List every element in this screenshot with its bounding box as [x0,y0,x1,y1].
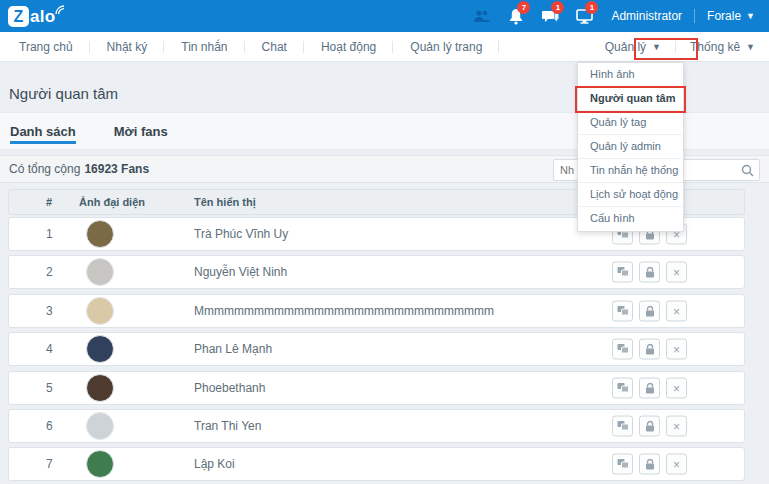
row-index: 1 [46,227,53,241]
chat-badge: 1 [551,1,564,14]
nav-item-thong-ke[interactable]: Thống kê ▼ [676,32,769,61]
nav-item[interactable]: Tin nhắn [164,32,244,61]
row-index: 7 [46,457,53,471]
nav-thong-ke-label: Thống kê [690,40,740,54]
close-icon: × [673,342,680,356]
row-actions: × [612,301,687,322]
fan-display-name: Trà Phúc Vĩnh Uy [194,227,288,241]
fan-display-name: Lập Koi [194,457,235,471]
avatar [86,374,114,402]
chevron-down-icon: ▼ [746,11,755,21]
lock-icon [645,343,655,355]
remove-button[interactable]: × [666,416,687,437]
remove-button[interactable]: × [666,378,687,399]
message-button[interactable] [612,301,633,322]
nav-item[interactable]: Chat [245,32,304,61]
lock-button[interactable] [639,301,660,322]
table-row: 5 Phoebethanh × [8,371,745,405]
nav-item[interactable]: Nhật ký [90,32,165,61]
dropdown-menu-item[interactable]: Quản lý tag [578,111,683,135]
chevron-down-icon: ▼ [746,42,755,52]
row-index: 6 [46,419,53,433]
nav-item[interactable]: Trang chủ [2,32,90,61]
group-icon[interactable] [465,0,499,32]
tab-danh-sach[interactable]: Danh sách [10,113,76,149]
page-title: Người quan tâm [9,85,118,102]
zalo-logo[interactable]: Z alo [8,4,65,29]
message-button[interactable] [612,378,633,399]
avatar [86,258,114,286]
lock-button[interactable] [639,416,660,437]
dropdown-menu-item[interactable]: Hình ảnh [578,63,683,87]
table-row: 7 Lập Koi × [8,447,745,481]
lock-icon [645,266,655,278]
signal-icon [55,5,65,15]
message-icon [617,421,629,432]
lock-icon [645,305,655,317]
avatar [86,450,114,478]
row-index: 5 [46,381,53,395]
remove-button[interactable]: × [666,262,687,283]
bell-badge: 7 [517,1,530,14]
close-icon: × [673,419,680,433]
table-row: 2 Nguyễn Việt Ninh × [8,255,745,289]
message-button[interactable] [612,339,633,360]
lock-button[interactable] [639,339,660,360]
bell-icon[interactable]: 7 [499,0,533,32]
dropdown-menu-item[interactable]: Quản lý admin [578,135,683,159]
chat-icon[interactable]: 1 [533,0,567,32]
dropdown-menu-item[interactable]: Người quan tâm [578,87,683,111]
quan-ly-dropdown: Hình ảnh Người quan tâm Quản lý tag Quản… [577,62,684,232]
top-header: Z alo 7 1 [0,0,769,32]
message-button[interactable] [612,262,633,283]
total-fans-value: 16923 Fans [84,162,149,176]
remove-button[interactable]: × [666,454,687,475]
col-header-avatar: Ảnh đại diện [79,196,145,208]
nav-quan-ly-label: Quản lý [605,40,646,54]
nav-right: Quản lý ▼ Thống kê ▼ [591,32,769,61]
close-icon: × [673,381,680,395]
search-icon[interactable] [741,164,754,177]
row-index: 4 [46,342,53,356]
row-actions: × [612,339,687,360]
fan-display-name: Phan Lê Mạnh [194,342,272,356]
message-button[interactable] [612,416,633,437]
dropdown-menu-item[interactable]: Lịch sử hoạt động [578,183,683,207]
account-menu[interactable]: Forale ▼ [707,9,755,23]
account-name: Forale [707,9,741,23]
fan-display-name: Nguyễn Việt Ninh [194,265,287,279]
administrator-link[interactable]: Administrator [611,9,682,23]
divider [694,9,695,23]
row-actions: × [612,262,687,283]
dropdown-menu-item[interactable]: Cấu hình [578,207,683,231]
message-icon [617,267,629,278]
dropdown-menu-item[interactable]: Tin nhắn hệ thống [578,159,683,183]
message-button[interactable] [612,454,633,475]
close-icon: × [673,304,680,318]
chevron-down-icon: ▼ [652,42,661,52]
nav-item-quan-ly[interactable]: Quản lý ▼ [591,32,675,61]
row-actions: × [612,416,687,437]
tab-moi-fans[interactable]: Mời fans [114,113,168,149]
lock-button[interactable] [639,262,660,283]
monitor-icon[interactable]: 1 [567,0,601,32]
row-index: 3 [46,304,53,318]
nav-items: Trang chủ Nhật ký Tin nhắn Chat Hoạt độn… [2,32,499,61]
message-icon [617,306,629,317]
row-index: 2 [46,265,53,279]
remove-button[interactable]: × [666,301,687,322]
nav-item[interactable]: Hoạt động [304,32,393,61]
total-fans-prefix: Có tổng cộng [9,162,80,176]
lock-icon [645,382,655,394]
remove-button[interactable]: × [666,339,687,360]
lock-button[interactable] [639,378,660,399]
lock-button[interactable] [639,454,660,475]
nav-item[interactable]: Quản lý trang [393,32,499,61]
fan-display-name: Tran Thi Yen [194,419,261,433]
message-icon [617,383,629,394]
col-header-name: Tên hiển thị [194,196,256,208]
table-row: 6 Tran Thi Yen × [8,409,745,443]
message-icon [617,459,629,470]
avatar [86,220,114,248]
zalo-logo-text: alo [30,4,55,29]
